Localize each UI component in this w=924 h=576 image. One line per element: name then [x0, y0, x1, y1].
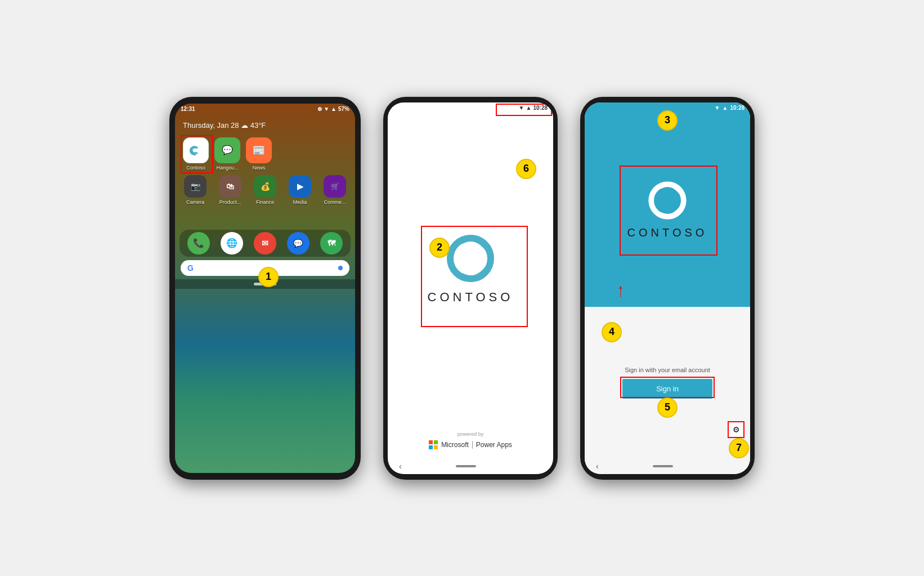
signin-button-container: Sign in: [622, 379, 712, 399]
maps-symbol: 🗺: [328, 239, 335, 248]
contoso-text-large: CONTOSO: [428, 290, 514, 305]
contoso-app-label: Contoso: [186, 165, 205, 171]
splash-status-icons: ▼ ▲ 10:28: [519, 105, 548, 111]
signin-prompt: Sign in with your email account: [625, 367, 710, 373]
media-symbol: ▶: [297, 182, 303, 191]
signin-logo-area: CONTOSO: [627, 178, 708, 239]
splash-status-bar: ▼ ▲ 10:28: [388, 102, 553, 113]
annotation-3: 3: [657, 110, 678, 131]
signin-time: 10:28: [730, 105, 744, 111]
hangouts-app-wrap[interactable]: 💬 Hangou...: [214, 137, 240, 171]
annotation-1: 1: [258, 267, 279, 287]
signin-top-section: ▼ ▲ 10:28 CONTOSO: [585, 102, 750, 307]
contoso-app-icon[interactable]: [183, 137, 209, 163]
commerce-wrap[interactable]: 🛒 Comme...: [319, 175, 351, 205]
contoso-c-icon-small: [188, 142, 204, 158]
status-icon-sync: ⊕: [317, 106, 322, 112]
product-icon[interactable]: 🛍: [219, 175, 241, 198]
gmail-symbol: ✉: [262, 239, 268, 248]
media-wrap[interactable]: ▶ Media: [284, 175, 316, 205]
contoso-c-white-logo: [645, 178, 690, 223]
news-app-label: News: [253, 165, 266, 171]
phone-2-screen: ▼ ▲ 10:28: [388, 102, 553, 474]
settings-gear-icon[interactable]: ⚙: [733, 425, 740, 434]
hangouts-icon-symbol: 💬: [222, 145, 233, 155]
phone-app-icon[interactable]: 📞: [187, 232, 210, 254]
phone-3: ▼ ▲ 10:28 CONTOSO: [580, 97, 755, 480]
phone-1: 12:31 ⊕ ▼ ▲ 57% Thursday, Jan 28 ☁ 43°F: [169, 97, 361, 480]
powered-by-text: powered by: [429, 431, 512, 437]
hangouts-app-icon[interactable]: 💬: [214, 137, 240, 163]
status-icon-battery: 57%: [338, 106, 349, 112]
media-label: Media: [293, 199, 307, 205]
phone-symbol: 📞: [193, 238, 204, 248]
news-app-wrap[interactable]: 📰 News: [246, 137, 272, 171]
home-date-area: Thursday, Jan 28 ☁ 43°F: [175, 114, 355, 134]
chrome-symbol: 🌐: [226, 238, 237, 248]
commerce-icon[interactable]: 🛒: [324, 175, 346, 198]
product-label: Product...: [219, 199, 241, 205]
finance-wrap[interactable]: 💰 Finance: [249, 175, 281, 205]
messages-app-icon[interactable]: 💬: [287, 232, 310, 254]
signin-button[interactable]: Sign in: [622, 379, 712, 399]
messages-wrap[interactable]: 💬: [283, 232, 313, 254]
home-indicator[interactable]: [456, 465, 476, 467]
finance-symbol: 💰: [261, 182, 270, 191]
signin-screen: ▼ ▲ 10:28 CONTOSO: [585, 102, 750, 474]
messages-symbol: 💬: [293, 239, 303, 248]
settings-icon-container[interactable]: ⚙: [728, 421, 744, 438]
ms-divider: [472, 441, 473, 449]
status-icon-signal: ▲: [331, 106, 337, 112]
media-icon[interactable]: ▶: [289, 175, 311, 198]
signin-home-indicator[interactable]: [653, 465, 673, 467]
chrome-app-icon[interactable]: 🌐: [221, 232, 243, 254]
splash-screen: ▼ ▲ 10:28: [388, 102, 553, 474]
ms-blue-square: [429, 445, 433, 449]
microsoft-text: Microsoft: [441, 441, 469, 449]
phone-wrap[interactable]: 📞: [184, 232, 214, 254]
chrome-wrap[interactable]: 🌐: [217, 232, 247, 254]
splash-logo-area: CONTOSO: [428, 113, 514, 422]
camera-icon[interactable]: 📷: [184, 175, 207, 198]
news-app-icon[interactable]: 📰: [246, 137, 272, 163]
google-g-logo: G: [187, 264, 194, 273]
hangouts-app-label: Hangou...: [216, 165, 238, 171]
gmail-wrap[interactable]: ✉: [250, 232, 280, 254]
maps-app-icon[interactable]: 🗺: [320, 232, 343, 254]
signin-logo-container: CONTOSO: [627, 170, 708, 239]
phone-2: ▼ ▲ 10:28: [383, 97, 558, 480]
camera-wrap[interactable]: 📷 Camera: [180, 175, 211, 205]
commerce-symbol: 🛒: [331, 182, 339, 190]
powered-by-area: powered by Microsoft Power Apps: [420, 422, 521, 458]
signin-back-arrow[interactable]: ‹: [596, 462, 599, 471]
splash-signal-icon: ▲: [526, 105, 532, 111]
status-icon-wifi: ▼: [324, 106, 329, 112]
status-icons: ⊕ ▼ ▲ 57%: [317, 106, 349, 112]
home-background: 12:31 ⊕ ▼ ▲ 57% Thursday, Jan 28 ☁ 43°F: [175, 104, 355, 473]
annotation-arrow-up: ↑: [617, 279, 624, 301]
product-wrap[interactable]: 🛍 Product...: [214, 175, 246, 205]
product-symbol: 🛍: [226, 182, 234, 191]
annotation-6: 6: [516, 159, 536, 179]
camera-label: Camera: [186, 199, 204, 205]
camera-symbol: 📷: [191, 182, 200, 191]
back-arrow[interactable]: ‹: [399, 462, 402, 471]
home-date: Thursday, Jan 28 ☁ 43°F: [183, 121, 347, 130]
app-row-2: 📷 Camera 🛍 Product... 💰: [175, 173, 355, 207]
ms-green-square: [434, 440, 438, 444]
maps-wrap[interactable]: 🗺: [316, 232, 346, 254]
google-dot-logo: [338, 266, 343, 270]
finance-icon[interactable]: 💰: [254, 175, 276, 198]
ms-red-square: [429, 440, 433, 444]
signin-status-bar: ▼ ▲ 10:28: [709, 102, 750, 113]
app-row-3: 📞 🌐 ✉ 💬: [180, 230, 351, 257]
ms-grid-icon: [429, 440, 438, 449]
splash-nav: ‹: [388, 458, 553, 474]
app-row-1: Contoso 💬 Hangou... 📰: [175, 134, 355, 173]
contoso-c-logo-large: [442, 230, 499, 287]
status-time: 12:31: [181, 106, 195, 112]
contoso-app-wrap[interactable]: Contoso: [183, 137, 209, 171]
gmail-app-icon[interactable]: ✉: [254, 232, 276, 254]
annotation-2: 2: [429, 238, 450, 258]
splash-time: 10:28: [533, 105, 548, 111]
